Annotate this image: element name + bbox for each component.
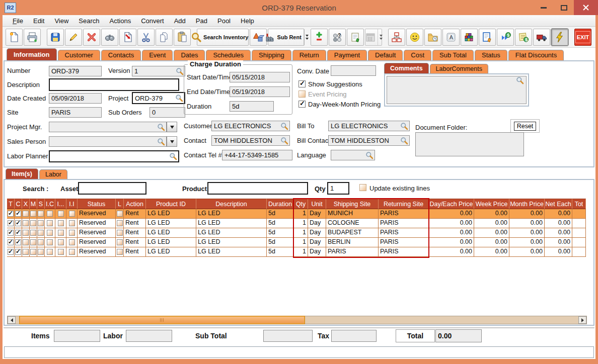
column-header-s[interactable]: S [37,199,45,209]
export-document-button[interactable] [119,29,136,46]
table-row[interactable]: ReservedRentLG LEDLG LED5d1DayMUNICHPARI… [7,209,586,219]
column-header-description[interactable]: Description [196,199,267,209]
row-checkbox-x[interactable] [23,211,29,217]
table-row[interactable]: ReservedRentLG LEDLG LED5d1DayBERLINPARI… [7,238,586,247]
row-checkbox-l[interactable] [117,239,123,245]
row-checkbox-i-c[interactable] [47,249,53,255]
column-header-t[interactable]: T [7,199,15,209]
row-checkbox-c[interactable] [15,211,21,217]
row-checkbox-x[interactable] [23,249,29,255]
print-button[interactable] [24,29,41,46]
row-checkbox-m[interactable] [30,220,36,226]
scroll-right-button[interactable] [578,316,586,324]
items-tab-item-s-[interactable]: Item(s) [6,168,38,179]
chevron-down-icon[interactable] [378,29,383,45]
tab-cost[interactable]: Cost [404,50,431,60]
notepad-button[interactable] [347,29,364,46]
key-a-button[interactable]: A [442,29,460,46]
comments-textarea[interactable] [387,76,527,104]
tab-sub-total[interactable]: Sub Total [432,50,474,60]
row-checkbox-t[interactable] [8,249,14,255]
row-checkbox-s[interactable] [38,211,44,217]
row-checkbox-s[interactable] [38,249,44,255]
qty-input[interactable]: 1 [327,182,349,195]
row-checkbox-i-c[interactable] [47,230,53,236]
column-header-product-id[interactable]: Product ID [146,199,196,209]
lightning-button[interactable] [551,29,568,46]
document-edit-button[interactable] [479,29,496,46]
column-header-i-c[interactable]: I.C [45,199,55,209]
search-icon[interactable] [157,138,165,146]
paste-button[interactable] [174,29,191,46]
menu-pool[interactable]: Pool [212,16,236,26]
menu-view[interactable]: View [49,16,73,26]
row-checkbox-i-i[interactable] [69,239,75,245]
asset-input[interactable] [78,182,146,195]
project-field[interactable]: ORD-379 [132,92,185,104]
scrollbar-track[interactable] [16,316,578,324]
menu-actions[interactable]: Actions [105,16,136,26]
tab-schedules[interactable]: Schedules [206,50,251,60]
menu-pad[interactable]: Pad [191,16,212,26]
menu-search[interactable]: Search [73,16,104,26]
search-icon[interactable] [400,137,408,145]
column-header-duration[interactable]: Duration [267,199,294,209]
search-icon[interactable] [280,122,288,130]
save-button[interactable] [47,29,64,46]
menu-help[interactable]: Help [236,16,259,26]
column-header-unit[interactable]: Unit [308,199,326,209]
row-checkbox-i-[interactable] [58,230,64,236]
edit-button[interactable] [65,29,82,46]
row-checkbox-t[interactable] [8,211,14,217]
row-checkbox-m[interactable] [30,249,36,255]
cut-button[interactable] [137,29,155,46]
column-header-i-[interactable]: I... [55,199,66,209]
row-checkbox-l[interactable] [117,230,123,236]
color-blocks-button[interactable] [461,29,478,46]
row-checkbox-i-i[interactable] [69,249,75,255]
sales-person-dropdown[interactable] [167,136,177,147]
column-header-tot[interactable]: Tot [572,199,586,209]
row-checkbox-m[interactable] [30,230,36,236]
row-checkbox-l[interactable] [117,220,123,226]
row-checkbox-i-[interactable] [58,239,64,245]
show-suggestions-checkbox[interactable] [298,80,306,87]
row-checkbox-i-i[interactable] [69,230,75,236]
new-document-button[interactable] [6,29,23,46]
column-header-l[interactable]: L [116,199,124,209]
subtab-laborcomments[interactable]: LaborComments [430,64,488,73]
tab-information[interactable]: Information [7,48,57,60]
add-line-button[interactable] [311,29,328,46]
calendar-button[interactable] [365,29,382,46]
column-header-x[interactable]: X [22,199,30,209]
row-checkbox-x[interactable] [23,230,29,236]
column-header-week-price[interactable]: Week Price [474,199,509,209]
tab-contacts[interactable]: Contacts [101,50,141,60]
table-row[interactable]: ReservedRentLG LEDLG LED5d1DayBUDAPESTPA… [7,228,586,238]
tab-payment[interactable]: Payment [327,50,367,60]
sub-rent-button[interactable]: Sub Rent [268,29,305,46]
row-checkbox-s[interactable] [38,230,44,236]
truck-button[interactable] [533,29,550,46]
horizontal-scrollbar[interactable] [7,316,587,324]
row-checkbox-m[interactable] [30,211,36,217]
row-checkbox-i-c[interactable] [47,239,53,245]
reset-button[interactable]: Reset [514,122,537,131]
org-chart-button[interactable] [388,29,405,46]
scrollbar-thumb[interactable] [20,316,305,324]
column-header-qty[interactable]: Qty [294,199,308,209]
labor-planner-field[interactable] [49,150,179,162]
subtab-comments[interactable]: Comments [384,63,429,73]
search-icon[interactable] [176,67,184,75]
column-header-month-price[interactable]: Month Price [509,199,545,209]
tab-event[interactable]: Event [142,50,173,60]
column-header-shipping-site[interactable]: Shipping Site [326,199,379,209]
row-checkbox-x[interactable] [23,239,29,245]
search-icon[interactable] [157,123,165,131]
search-icon[interactable] [365,151,373,159]
column-header-day-each-price[interactable]: Day/Each Price [429,199,474,209]
minimize-button[interactable] [534,0,554,15]
tab-dates[interactable]: Dates [174,50,205,60]
table-row[interactable]: ReservedRentLG LEDLG LED5d1DayPARISPARIS… [7,247,586,257]
row-checkbox-m[interactable] [30,239,36,245]
